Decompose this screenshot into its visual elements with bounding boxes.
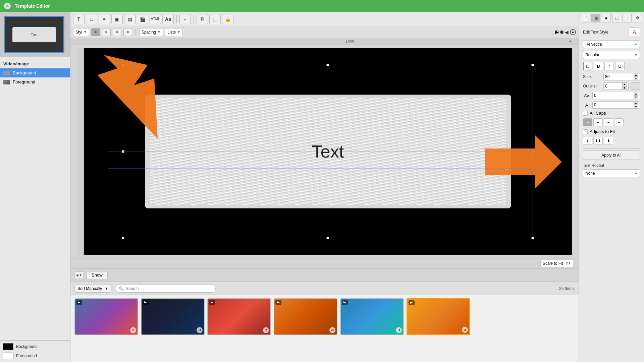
text-box-button[interactable]: □	[583, 62, 592, 70]
scale-dropdown[interactable]: Scale to Fit ⬆⬇	[540, 260, 573, 267]
outline-down[interactable]: ▼	[622, 86, 627, 90]
media-item-2[interactable]: ↺	[141, 298, 205, 335]
apply-all-label: Apply to All	[601, 153, 621, 158]
italic-button[interactable]: I	[604, 62, 614, 70]
handle-tl[interactable]	[122, 64, 124, 66]
canvas-wrapper: 1,000 ▼ Text	[70, 38, 579, 268]
outline-field[interactable]: 0 ▲ ▼	[603, 82, 629, 90]
tracking-down[interactable]: ▼	[634, 96, 638, 99]
tracking-field[interactable]: 0 ▲ ▼	[592, 92, 640, 99]
text-align-center[interactable]: ≡	[593, 118, 603, 126]
text-align-justify[interactable]: ≡	[614, 118, 624, 126]
size-up[interactable]: ▲	[634, 73, 638, 77]
font-style-dropdown[interactable]: Regular ▼	[583, 51, 640, 59]
text-align-left[interactable]: ≡	[583, 118, 592, 126]
show-button[interactable]: Show	[87, 271, 108, 279]
layer-button[interactable]: ⧉	[197, 14, 208, 24]
baseline-stepper[interactable]: ▲ ▼	[634, 101, 638, 109]
crop-button[interactable]: ⌐	[179, 14, 191, 24]
record-button[interactable]: ●	[570, 29, 576, 35]
valign-top[interactable]: ⬆	[583, 137, 592, 145]
tracking-row: AV 0 ▲ ▼	[583, 92, 640, 99]
all-caps-checkbox[interactable]	[583, 111, 588, 116]
spacing-dropdown[interactable]: Spacing ▼	[139, 28, 163, 36]
canvas-container: Text	[70, 45, 579, 258]
items-count: 29 Items	[559, 286, 575, 291]
baseline-up[interactable]: ▲	[634, 101, 638, 105]
valign-bottom[interactable]: ⬇	[604, 137, 613, 145]
thumbnail-brush-stroke: Text	[12, 27, 56, 42]
lists-dropdown[interactable]: Lists ▼	[165, 28, 183, 36]
sidebar-item-foreground[interactable]: Foreground	[0, 77, 70, 86]
outline-up[interactable]: ▲	[622, 82, 627, 86]
size-field[interactable]: 80 ▲ ▼	[603, 73, 640, 80]
canvas[interactable]: Text	[84, 48, 572, 255]
media-grid: ↺ ↺ ↺ ↺	[70, 295, 579, 362]
panel-media-button[interactable]: ⬚	[612, 14, 621, 22]
panel-settings-button[interactable]: ⚙	[633, 14, 642, 22]
pen-tool-button[interactable]: ✒	[99, 14, 110, 24]
film-tool-button[interactable]: ▤	[124, 14, 136, 24]
background-swatch[interactable]	[3, 343, 13, 350]
sidebar-item-background[interactable]: Background	[0, 68, 70, 77]
tracking-icon: AV	[583, 93, 590, 98]
html-tool-button[interactable]: HTML	[150, 14, 161, 24]
panel-layout-button[interactable]: ▦	[591, 14, 600, 22]
text-align-right[interactable]: ≡	[604, 118, 613, 126]
thumbnail-canvas: Text	[5, 17, 63, 52]
bold-button[interactable]: B	[594, 62, 603, 70]
slide-thumbnail[interactable]: Text	[4, 16, 64, 53]
move-button[interactable]: ⬚	[209, 14, 221, 24]
media-item-1[interactable]: ↺	[74, 298, 138, 335]
lock-button[interactable]: 🔓	[222, 14, 233, 24]
size-down[interactable]: ▼	[634, 77, 638, 80]
handle-bm[interactable]	[326, 237, 329, 239]
background-color-label: Background	[16, 344, 38, 349]
rectangle-tool-button[interactable]: □	[86, 14, 97, 24]
diamond-button[interactable]	[560, 31, 564, 34]
valign-middle[interactable]: ⬆⬇	[593, 137, 603, 145]
handle-bl[interactable]	[122, 237, 124, 239]
panel-style-button[interactable]: ■	[602, 14, 611, 22]
canvas-text[interactable]: Text	[312, 141, 344, 162]
handle-br[interactable]	[531, 237, 534, 239]
foreground-swatch[interactable]	[3, 353, 13, 359]
underline-button[interactable]: U	[615, 62, 625, 70]
fill-tool-button[interactable]: ▣	[111, 14, 123, 24]
tracking-up[interactable]: ▲	[634, 92, 638, 96]
panel-text-button[interactable]: T	[623, 14, 632, 22]
text-tool-button[interactable]: T	[73, 14, 85, 24]
close-button[interactable]: ✕	[4, 3, 11, 9]
style-dropdown[interactable]: Styl ▼	[73, 28, 89, 36]
outline-color-swatch[interactable]	[631, 82, 640, 90]
search-input[interactable]	[126, 286, 212, 291]
handle-tm[interactable]	[326, 64, 329, 66]
sort-dropdown[interactable]: Sort Manually ▼	[74, 285, 111, 293]
handle-tr[interactable]	[531, 64, 534, 66]
tracking-stepper[interactable]: ▲ ▼	[634, 92, 638, 99]
align-left-button[interactable]: ≡	[91, 28, 100, 36]
baseline-field[interactable]: 0 ▲ ▼	[592, 101, 640, 109]
foreground-color-label: Foreground	[16, 354, 37, 358]
text-reveal-dropdown[interactable]: None ▼	[583, 169, 640, 177]
media-item-4[interactable]: ↺	[274, 298, 337, 335]
panel-doc-button[interactable]: 📄	[581, 14, 590, 22]
add-button[interactable]: + ▼	[74, 272, 84, 279]
font-name-dropdown[interactable]: Helvetica ▼	[583, 40, 640, 48]
text-style-button[interactable]: A	[629, 27, 640, 37]
apply-to-all-button[interactable]: Apply to All	[583, 150, 640, 160]
back-button[interactable]: ◀	[565, 29, 569, 35]
align-justify-button[interactable]: ≡	[123, 28, 132, 36]
size-stepper[interactable]: ▲ ▼	[634, 73, 638, 80]
media-item-3[interactable]: ↺	[207, 298, 271, 335]
play-button[interactable]: ▶	[555, 30, 559, 34]
media-item-5[interactable]: ↺	[340, 298, 404, 335]
media-item-6[interactable]: ↺	[407, 298, 470, 335]
outline-stepper[interactable]: ▲ ▼	[622, 82, 627, 90]
align-center-button[interactable]: ≡	[102, 28, 111, 36]
baseline-down[interactable]: ▼	[634, 105, 638, 109]
adjusts-checkbox[interactable]	[583, 129, 588, 134]
align-right-button[interactable]: ≡	[113, 28, 121, 36]
font-tool-button[interactable]: Aa	[162, 14, 174, 24]
camera-tool-button[interactable]: 🎬	[137, 14, 148, 24]
